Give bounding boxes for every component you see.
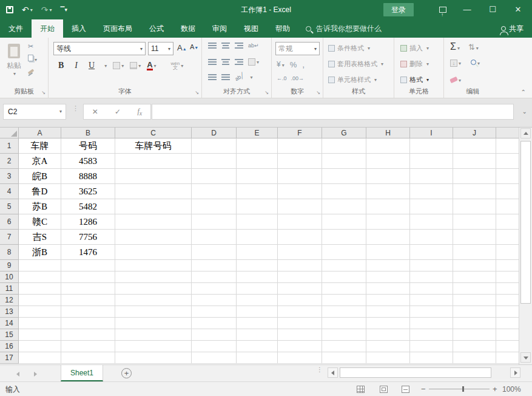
cell-D15[interactable] (192, 329, 237, 341)
cell-C12[interactable] (115, 295, 192, 306)
align-top-icon[interactable] (208, 43, 217, 49)
cell-partial-13[interactable] (496, 306, 519, 318)
conditional-formatting-button[interactable]: 条件格式▾ (328, 43, 370, 53)
cell-J4[interactable] (453, 184, 496, 199)
zoom-slider-thumb[interactable] (462, 386, 464, 392)
vertical-scrollbar[interactable] (519, 128, 532, 364)
cell-F1[interactable] (278, 138, 322, 154)
merge-center-button[interactable]: ▾ (248, 58, 259, 66)
cell-D9[interactable] (192, 260, 237, 271)
cell-C17[interactable] (115, 352, 192, 364)
cell-partial-3[interactable] (496, 169, 519, 184)
zoom-in-button[interactable]: + (493, 384, 497, 394)
cell-D4[interactable] (192, 184, 237, 199)
align-middle-icon[interactable] (221, 43, 230, 49)
cell-H16[interactable] (366, 341, 410, 352)
cell-C5[interactable] (115, 199, 192, 214)
formula-bar-drag-handle[interactable]: ⋮ (72, 107, 79, 110)
grow-font-button[interactable]: A▲ (177, 43, 187, 52)
horizontal-scroll-thumb[interactable] (340, 367, 491, 378)
tab-page-layout[interactable]: 页面布局 (95, 19, 141, 38)
italic-button[interactable]: I (72, 61, 80, 70)
cell-F5[interactable] (278, 199, 322, 214)
cell-D10[interactable] (192, 271, 237, 283)
cell-I3[interactable] (410, 169, 453, 184)
cell-G15[interactable] (322, 329, 366, 341)
cell-I7[interactable] (410, 230, 453, 245)
cell-G7[interactable] (322, 230, 366, 245)
cell-H11[interactable] (366, 283, 410, 295)
scroll-left-button[interactable] (328, 367, 338, 378)
row-header-13[interactable]: 13 (0, 306, 19, 318)
cell-F16[interactable] (278, 341, 322, 352)
cell-I17[interactable] (410, 352, 453, 364)
insert-function-button[interactable]: fx (138, 107, 143, 117)
cell-D14[interactable] (192, 318, 237, 329)
cell-G1[interactable] (322, 138, 366, 154)
cell-A11[interactable] (19, 283, 61, 295)
paste-button[interactable]: 粘贴 ▾ (4, 44, 24, 77)
cell-J6[interactable] (453, 214, 496, 230)
cell-B17[interactable] (61, 352, 115, 364)
cell-J12[interactable] (453, 295, 496, 306)
format-cells-button[interactable]: 格式▾ (400, 74, 429, 85)
cell-J10[interactable] (453, 271, 496, 283)
cell-partial-2[interactable] (496, 154, 519, 169)
cell-G6[interactable] (322, 214, 366, 230)
underline-button[interactable]: U (86, 61, 97, 70)
cell-D6[interactable] (192, 214, 237, 230)
cell-C16[interactable] (115, 341, 192, 352)
cell-B9[interactable] (61, 260, 115, 271)
cell-B2[interactable]: 4583 (61, 154, 115, 169)
cell-B4[interactable]: 3625 (61, 184, 115, 199)
cell-B15[interactable] (61, 329, 115, 341)
cell-partial-17[interactable] (496, 352, 519, 364)
row-header-6[interactable]: 6 (0, 214, 19, 230)
fill-color-button[interactable]: ▾ (130, 62, 141, 69)
cell-H9[interactable] (366, 260, 410, 271)
cell-C10[interactable] (115, 271, 192, 283)
font-name-combo[interactable]: 等线▾ (53, 42, 146, 55)
clear-button[interactable]: ▾ (450, 75, 461, 84)
ribbon-display-options-button[interactable] (433, 0, 453, 19)
cell-C9[interactable] (115, 260, 192, 271)
cell-E14[interactable] (237, 318, 278, 329)
cell-D7[interactable] (192, 230, 237, 245)
row-header-14[interactable]: 14 (0, 318, 19, 329)
orientation-dropdown[interactable]: ▾ (250, 75, 252, 80)
cell-B10[interactable] (61, 271, 115, 283)
cell-H13[interactable] (366, 306, 410, 318)
wrap-text-button[interactable]: ab↵ (248, 43, 259, 49)
cell-H1[interactable] (366, 138, 410, 154)
cell-E2[interactable] (237, 154, 278, 169)
cell-partial-7[interactable] (496, 230, 519, 245)
cell-A10[interactable] (19, 271, 61, 283)
cell-A6[interactable]: 赣C (19, 214, 61, 230)
cell-C15[interactable] (115, 329, 192, 341)
cell-B12[interactable] (61, 295, 115, 306)
cell-G2[interactable] (322, 154, 366, 169)
cell-C6[interactable] (115, 214, 192, 230)
cell-C11[interactable] (115, 283, 192, 295)
collapse-ribbon-button[interactable]: ⌃ (521, 89, 526, 95)
cell-partial-4[interactable] (496, 184, 519, 199)
cell-H4[interactable] (366, 184, 410, 199)
row-header-12[interactable]: 12 (0, 295, 19, 306)
cell-A13[interactable] (19, 306, 61, 318)
paste-dropdown[interactable]: ▾ (5, 71, 24, 77)
formula-input[interactable] (152, 104, 514, 120)
cell-F17[interactable] (278, 352, 322, 364)
cell-J7[interactable] (453, 230, 496, 245)
cell-A4[interactable]: 鲁D (19, 184, 61, 199)
fill-button[interactable]: ↓▾ (450, 58, 461, 67)
cell-H14[interactable] (366, 318, 410, 329)
column-header-F[interactable]: F (278, 128, 322, 138)
cell-H8[interactable] (366, 245, 410, 260)
row-header-17[interactable]: 17 (0, 352, 19, 364)
cell-G17[interactable] (322, 352, 366, 364)
cell-F15[interactable] (278, 329, 322, 341)
cell-D11[interactable] (192, 283, 237, 295)
row-header-11[interactable]: 11 (0, 283, 19, 295)
cell-B5[interactable]: 5482 (61, 199, 115, 214)
tell-me-search[interactable]: 告诉我你想要做什么 (306, 19, 382, 38)
